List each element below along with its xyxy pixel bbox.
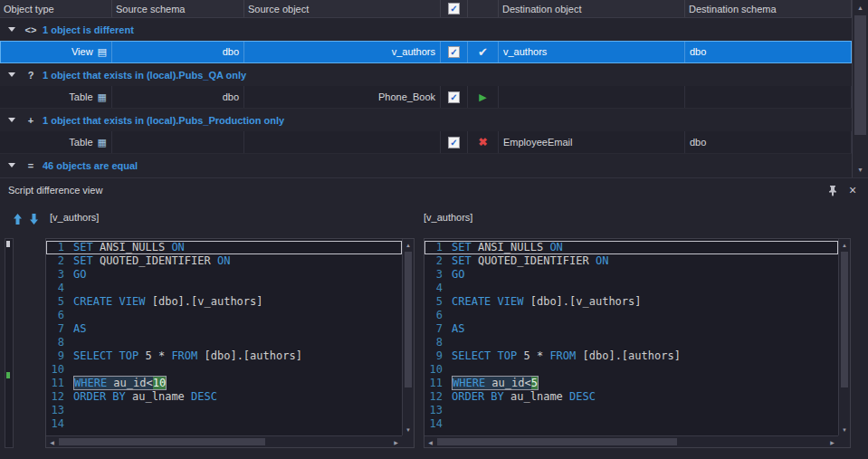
code-text: SELECT TOP 5 * FROM [dbo].[authors] — [452, 349, 681, 363]
destination-script-editor[interactable]: 1SET ANSI_NULLS ON2SET QUOTED_IDENTIFIER… — [424, 238, 851, 448]
column-header-sschema[interactable]: Source schema — [112, 0, 244, 17]
next-difference-button[interactable] — [27, 212, 40, 226]
collapse-triangle-icon[interactable] — [8, 118, 15, 122]
group-row[interactable]: +1 object that exists in (local).Pubs_Pr… — [0, 109, 852, 131]
destination-code-area[interactable]: 1SET ANSI_NULLS ON2SET QUOTED_IDENTIFIER… — [424, 239, 838, 435]
object-type-label: View — [72, 46, 93, 57]
code-text: GO — [452, 268, 464, 282]
code-text: WHERE au_id<10 — [73, 377, 167, 390]
destination-vertical-scrollbar[interactable]: ▲ ▼ — [838, 239, 850, 435]
include-checkbox[interactable]: ✓ — [448, 91, 460, 103]
grid-vertical-scrollbar[interactable]: ▲ ▼ — [852, 0, 868, 177]
line-number: 4 — [424, 282, 452, 295]
line-number: 7 — [46, 322, 73, 336]
object-row[interactable]: Table▦dboPhone_Book✓▶ — [0, 86, 852, 109]
scrollbar-thumb[interactable] — [405, 252, 412, 387]
scroll-up-icon[interactable]: ▲ — [839, 239, 850, 251]
select-all-checkbox[interactable]: ✓ — [448, 3, 460, 14]
code-line: 12ORDER BY au_lname DESC — [424, 390, 838, 404]
pin-icon[interactable] — [825, 183, 840, 197]
code-line: 6 — [46, 309, 402, 322]
column-header-dschema[interactable]: Destination schema — [685, 0, 852, 17]
scroll-right-icon[interactable]: ▶ — [826, 436, 838, 447]
code-line: 9SELECT TOP 5 * FROM [dbo].[authors] — [46, 349, 402, 363]
scroll-left-icon[interactable]: ◀ — [46, 436, 58, 447]
code-line: 3GO — [46, 268, 402, 282]
destination-horizontal-scrollbar[interactable]: ◀ ▶ — [424, 435, 838, 447]
column-header-check[interactable]: ✓ — [441, 0, 468, 17]
scroll-up-icon[interactable]: ▲ — [853, 1, 868, 14]
column-header-sobj[interactable]: Source object — [244, 0, 441, 17]
object-row[interactable]: Table▦✓✖EmployeeEmaildbo — [0, 131, 852, 154]
not-equal-icon: <> — [24, 24, 38, 35]
column-header-action[interactable] — [468, 0, 499, 17]
close-icon[interactable]: × — [845, 183, 860, 197]
code-text: ORDER BY au_lname DESC — [452, 390, 596, 404]
line-number: 13 — [424, 404, 452, 417]
code-line: 12ORDER BY au_lname DESC — [46, 390, 402, 404]
line-number: 5 — [424, 295, 452, 309]
collapse-triangle-icon[interactable] — [8, 27, 15, 32]
group-row[interactable]: =46 objects are equal — [0, 154, 852, 177]
source-horizontal-scrollbar[interactable]: ◀ ▶ — [46, 435, 402, 447]
column-header-dobj[interactable]: Destination object — [499, 0, 685, 17]
group-label: 1 object is different — [43, 24, 134, 35]
code-text: SET ANSI_NULLS ON — [73, 241, 185, 254]
group-row[interactable]: ?1 object that exists in (local).Pubs_QA… — [0, 63, 852, 86]
source-code-area[interactable]: 1SET ANSI_NULLS ON2SET QUOTED_IDENTIFIER… — [46, 239, 402, 435]
code-text: AS — [73, 322, 86, 336]
line-number: 2 — [46, 254, 73, 268]
source-script-editor[interactable]: 1SET ANSI_NULLS ON2SET QUOTED_IDENTIFIER… — [45, 238, 415, 448]
include-cell: ✓ — [441, 86, 468, 108]
code-line: 14 — [424, 417, 838, 431]
scrollbar-thumb[interactable] — [854, 15, 866, 135]
scroll-up-icon[interactable]: ▲ — [403, 239, 414, 251]
scrollbar-corner — [402, 435, 414, 447]
code-line: 7AS — [46, 322, 402, 336]
column-header-label: Source schema — [116, 4, 185, 14]
code-line: 8 — [46, 336, 402, 349]
code-line: 14 — [46, 417, 402, 431]
diff-overview-map[interactable] — [5, 238, 14, 448]
scrollbar-thumb[interactable] — [59, 438, 265, 445]
drop-action-icon: ✖ — [478, 136, 487, 148]
line-number: 10 — [46, 363, 73, 377]
code-text: SET QUOTED_IDENTIFIER ON — [73, 254, 230, 268]
code-line: 1SET ANSI_NULLS ON — [424, 241, 838, 254]
line-number: 1 — [424, 241, 452, 254]
panel-titlebar: Script difference view × — [0, 178, 868, 202]
destination-object-cell: v_authors — [499, 41, 685, 62]
line-number: 10 — [424, 363, 452, 377]
destination-schema-cell: dbo — [685, 131, 852, 153]
scroll-left-icon[interactable]: ◀ — [424, 436, 436, 447]
scroll-down-icon[interactable]: ▼ — [403, 424, 414, 435]
table-icon: ▦ — [98, 137, 107, 148]
group-row[interactable]: <>1 object is different — [0, 18, 852, 41]
collapse-triangle-icon[interactable] — [8, 72, 15, 77]
line-number: 13 — [46, 404, 73, 417]
source-object-header: [v_authors] — [50, 212, 99, 223]
include-checkbox[interactable]: ✓ — [448, 137, 460, 148]
script-difference-panel: Script difference view × [v_authors] [v_… — [0, 177, 868, 459]
code-line: 1SET ANSI_NULLS ON — [46, 241, 402, 254]
scroll-right-icon[interactable]: ▶ — [390, 436, 402, 447]
scrollbar-thumb[interactable] — [437, 438, 677, 445]
scroll-down-icon[interactable]: ▼ — [839, 424, 850, 435]
scroll-down-icon[interactable]: ▼ — [853, 163, 868, 177]
line-number: 3 — [424, 268, 452, 282]
column-header-type[interactable]: Object type — [0, 0, 112, 17]
code-line: 7AS — [424, 322, 838, 336]
column-header-label: Source object — [248, 4, 309, 14]
include-checkbox[interactable]: ✓ — [448, 46, 460, 58]
previous-difference-button[interactable] — [11, 212, 24, 226]
collapse-triangle-icon[interactable] — [8, 163, 15, 167]
scrollbar-corner — [838, 435, 850, 447]
line-number: 12 — [424, 390, 452, 404]
source-vertical-scrollbar[interactable]: ▲ ▼ — [402, 239, 414, 435]
object-row[interactable]: View▤dbov_authors✓✔v_authorsdbo — [0, 41, 852, 63]
code-text: CREATE VIEW [dbo].[v_authors] — [73, 295, 263, 309]
object-type-cell: Table▦ — [0, 86, 112, 108]
scrollbar-thumb[interactable] — [841, 252, 848, 387]
object-type-cell: View▤ — [0, 41, 112, 62]
code-line: 4 — [46, 282, 402, 295]
